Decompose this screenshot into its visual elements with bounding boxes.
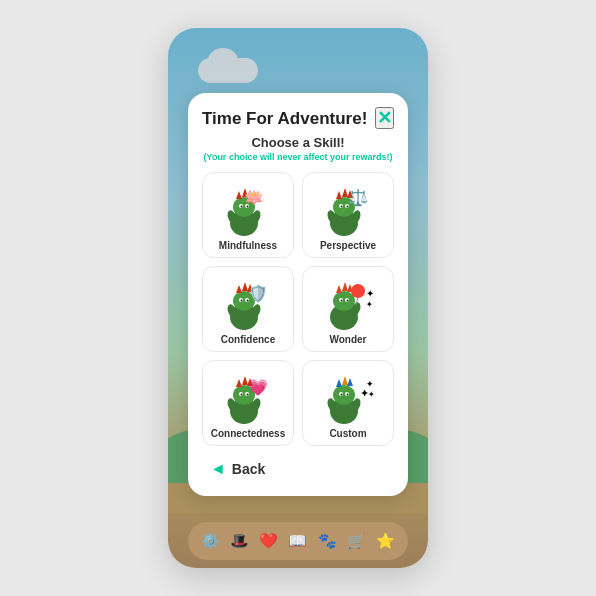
svg-point-43 xyxy=(341,300,343,302)
svg-point-70 xyxy=(347,394,349,396)
svg-point-47 xyxy=(351,284,365,298)
svg-marker-38 xyxy=(336,285,342,293)
svg-text:✦: ✦ xyxy=(368,390,375,399)
svg-text:🪷: 🪷 xyxy=(244,188,264,207)
skill-label-custom: Custom xyxy=(329,428,366,439)
back-label: Back xyxy=(232,461,265,477)
svg-point-44 xyxy=(347,300,349,302)
skill-label-connectedness: Connectedness xyxy=(211,428,285,439)
svg-marker-64 xyxy=(336,379,342,387)
skill-card-mindfulness[interactable]: 🪷 Mindfulness xyxy=(202,172,294,258)
nav-icon-heart[interactable]: ❤️ xyxy=(257,529,281,553)
back-button[interactable]: ◄ Back xyxy=(202,456,273,482)
skill-label-perspective: Perspective xyxy=(320,240,376,251)
svg-point-31 xyxy=(241,300,243,302)
bottom-nav: ⚙️ 🎩 ❤️ 📖 🐾 🛒 ⭐ xyxy=(188,522,408,560)
skill-illustration-custom: ✦ ✦ ✦ xyxy=(316,369,380,424)
nav-icon-star[interactable]: ⭐ xyxy=(373,529,397,553)
skill-card-confidence[interactable]: 🛡️ Confidence xyxy=(202,266,294,352)
character-svg-custom: ✦ ✦ ✦ xyxy=(316,369,380,424)
svg-text:⚖️: ⚖️ xyxy=(348,188,368,207)
svg-point-7 xyxy=(241,206,243,208)
modal-title: Time For Adventure! xyxy=(202,109,394,129)
svg-text:✦: ✦ xyxy=(366,288,374,299)
nav-icon-paw[interactable]: 🐾 xyxy=(315,529,339,553)
svg-point-63 xyxy=(333,385,355,405)
svg-marker-26 xyxy=(236,285,242,293)
nav-icon-settings[interactable]: ⚙️ xyxy=(199,529,223,553)
character-svg-mindfulness: 🪷 xyxy=(216,181,280,236)
skills-grid: 🪷 Mindfulness xyxy=(202,172,394,446)
skill-card-custom[interactable]: ✦ ✦ ✦ Custom xyxy=(302,360,394,446)
nav-icon-hat[interactable]: 🎩 xyxy=(228,529,252,553)
skill-label-wonder: Wonder xyxy=(329,334,366,345)
svg-text:🛡️: 🛡️ xyxy=(248,284,268,303)
choose-title: Choose a Skill! xyxy=(202,135,394,150)
skill-modal: Time For Adventure! ✕ Choose a Skill! (Y… xyxy=(188,93,408,496)
skill-illustration-wonder: ✦ ✦ xyxy=(316,275,380,330)
skill-illustration-mindfulness: 🪷 xyxy=(216,181,280,236)
svg-marker-52 xyxy=(236,379,242,387)
skill-illustration-connectedness: 💗 xyxy=(216,369,280,424)
skill-card-connectedness[interactable]: 💗 Connectedness xyxy=(202,360,294,446)
character-svg-confidence: 🛡️ xyxy=(216,275,280,330)
nav-icon-cart[interactable]: 🛒 xyxy=(344,529,368,553)
svg-point-57 xyxy=(241,394,243,396)
svg-marker-39 xyxy=(342,282,348,291)
skill-label-confidence: Confidence xyxy=(221,334,275,345)
back-arrow-icon: ◄ xyxy=(210,460,226,478)
svg-marker-14 xyxy=(336,191,342,199)
phone-container: Time For Adventure! ✕ Choose a Skill! (Y… xyxy=(168,28,428,568)
skill-illustration-confidence: 🛡️ xyxy=(216,275,280,330)
skill-card-perspective[interactable]: ⚖️ Perspective xyxy=(302,172,394,258)
skill-card-wonder[interactable]: ✦ ✦ Wonder xyxy=(302,266,394,352)
character-svg-connectedness: 💗 xyxy=(216,369,280,424)
svg-text:💗: 💗 xyxy=(248,378,268,397)
svg-marker-2 xyxy=(236,191,242,199)
character-svg-wonder: ✦ ✦ xyxy=(316,275,380,330)
close-button[interactable]: ✕ xyxy=(375,107,394,129)
svg-point-19 xyxy=(341,206,343,208)
svg-marker-66 xyxy=(347,378,353,386)
skill-illustration-perspective: ⚖️ xyxy=(316,181,380,236)
svg-point-69 xyxy=(341,394,343,396)
modal-overlay: Time For Adventure! ✕ Choose a Skill! (Y… xyxy=(168,28,428,568)
svg-text:✦: ✦ xyxy=(366,300,373,309)
skill-label-mindfulness: Mindfulness xyxy=(219,240,277,251)
character-svg-perspective: ⚖️ xyxy=(316,181,380,236)
choose-subtitle: (Your choice will never affect your rewa… xyxy=(202,152,394,162)
nav-icon-book[interactable]: 📖 xyxy=(286,529,310,553)
choose-skill-section: Choose a Skill! (Your choice will never … xyxy=(202,135,394,162)
svg-marker-65 xyxy=(342,376,348,385)
